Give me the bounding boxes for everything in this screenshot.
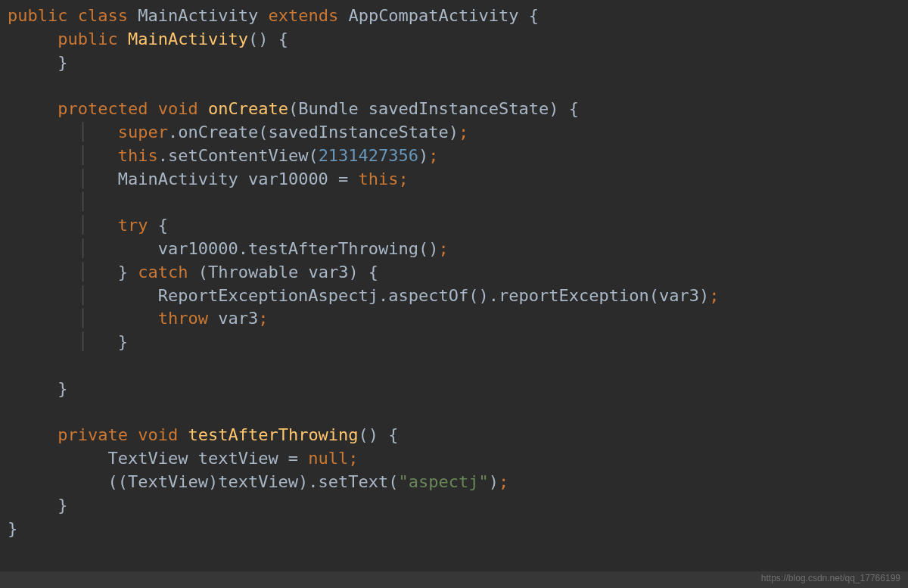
code-token: super xyxy=(118,123,168,142)
code-token: { xyxy=(148,216,168,235)
code-line: │ this.setContentView(2131427356); xyxy=(8,145,900,168)
code-token: { xyxy=(519,6,540,25)
code-token: ((TextView)textView).setText( xyxy=(107,472,398,491)
code-token: ; xyxy=(459,123,468,142)
code-token: ; xyxy=(258,309,268,328)
code-token: ; xyxy=(709,286,719,305)
code-line: │ super.onCreate(savedInstanceState); xyxy=(8,121,900,145)
code-token xyxy=(338,6,348,25)
code-line: } xyxy=(8,494,900,518)
code-line: ((TextView)textView).setText("aspectj"); xyxy=(8,471,900,494)
code-token: ; xyxy=(399,170,409,188)
code-token: 2131427356 xyxy=(319,146,418,165)
code-token: private xyxy=(58,425,128,444)
code-token: ; xyxy=(439,239,449,258)
code-token: AppCompatActivity xyxy=(348,6,518,25)
code-token: "aspectj" xyxy=(399,472,489,491)
code-line: public class MainActivity extends AppCom… xyxy=(8,5,900,28)
code-token: ; xyxy=(499,472,508,491)
watermark: https://blog.csdn.net/qq_17766199 xyxy=(761,572,900,585)
code-token: this xyxy=(359,170,399,188)
code-token: ) xyxy=(489,472,499,491)
code-token: } xyxy=(118,263,138,282)
code-line: private void testAfterThrowing() { xyxy=(8,424,900,447)
code-token: } xyxy=(58,496,67,515)
code-token: extends xyxy=(268,6,338,25)
code-line: │ } catch (Throwable var3) { xyxy=(8,261,900,285)
code-token: catch xyxy=(138,263,188,282)
code-token: testAfterThrowing xyxy=(188,425,358,444)
code-token: (Bundle savedInstanceState) { xyxy=(288,99,579,118)
code-token: MainActivity var10000 = xyxy=(118,170,359,188)
code-line xyxy=(8,74,900,98)
code-line: protected void onCreate(Bundle savedInst… xyxy=(8,98,900,121)
code-token: protected xyxy=(58,99,148,118)
code-token: .setContentView( xyxy=(158,146,319,165)
code-line: } xyxy=(8,378,900,401)
code-line: } xyxy=(8,518,900,541)
code-token: void xyxy=(158,99,198,118)
code-token xyxy=(67,6,77,25)
code-token: void xyxy=(138,425,178,444)
code-token: MainActivity xyxy=(138,6,258,25)
code-token: this xyxy=(118,146,158,165)
code-token: } xyxy=(8,519,17,538)
code-token xyxy=(128,6,138,25)
code-token: public xyxy=(8,6,67,25)
code-line: │ try { xyxy=(8,214,900,238)
code-editor[interactable]: public class MainActivity extends AppCom… xyxy=(0,0,908,540)
code-token xyxy=(118,30,128,48)
code-token xyxy=(128,425,138,444)
code-token: (Throwable var3) { xyxy=(188,263,378,282)
code-line: │ } xyxy=(8,331,900,354)
code-token: var3 xyxy=(208,309,258,328)
code-line: │ throw var3; xyxy=(8,307,900,331)
code-token: aspectOf xyxy=(388,286,468,305)
code-token xyxy=(198,99,208,118)
code-token xyxy=(178,425,188,444)
code-line: │ xyxy=(8,191,900,214)
code-line: public MainActivity() { xyxy=(8,28,900,51)
code-token: ; xyxy=(348,449,358,468)
code-token: public xyxy=(58,30,117,48)
code-line: } xyxy=(8,51,900,75)
code-line: │ var10000.testAfterThrowing(); xyxy=(8,238,900,261)
code-line xyxy=(8,401,900,425)
code-token: throw xyxy=(158,309,208,328)
code-token xyxy=(258,6,268,25)
code-token: } xyxy=(58,379,67,398)
code-token: ReportExceptionAspectj. xyxy=(158,286,389,305)
code-token: () { xyxy=(248,30,288,48)
code-line: │ ReportExceptionAspectj.aspectOf().repo… xyxy=(8,285,900,308)
code-token xyxy=(148,99,157,118)
code-token: TextView textView = xyxy=(107,449,308,468)
code-token: try xyxy=(118,216,148,235)
code-token: ) xyxy=(418,146,428,165)
code-token: MainActivity xyxy=(128,30,248,48)
code-token: } xyxy=(118,332,128,351)
code-line: │ MainActivity var10000 = this; xyxy=(8,168,900,191)
code-token: null xyxy=(308,449,348,468)
code-token: ().reportException(var3) xyxy=(468,286,709,305)
code-line: TextView textView = null; xyxy=(8,447,900,471)
code-token: .onCreate(savedInstanceState) xyxy=(168,123,459,142)
code-token: } xyxy=(58,53,67,72)
code-token: onCreate xyxy=(208,99,288,118)
code-line xyxy=(8,354,900,378)
code-token: var10000.testAfterThrowing() xyxy=(158,239,439,258)
code-token: () { xyxy=(359,425,399,444)
code-token: ; xyxy=(428,146,438,165)
code-token: class xyxy=(78,6,128,25)
